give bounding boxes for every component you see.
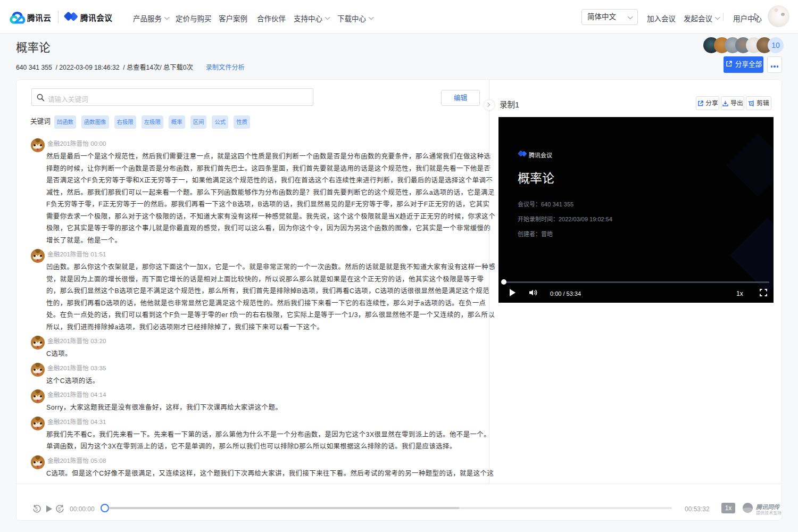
svg-text:5: 5 xyxy=(35,506,38,512)
svg-text:5: 5 xyxy=(58,506,61,512)
